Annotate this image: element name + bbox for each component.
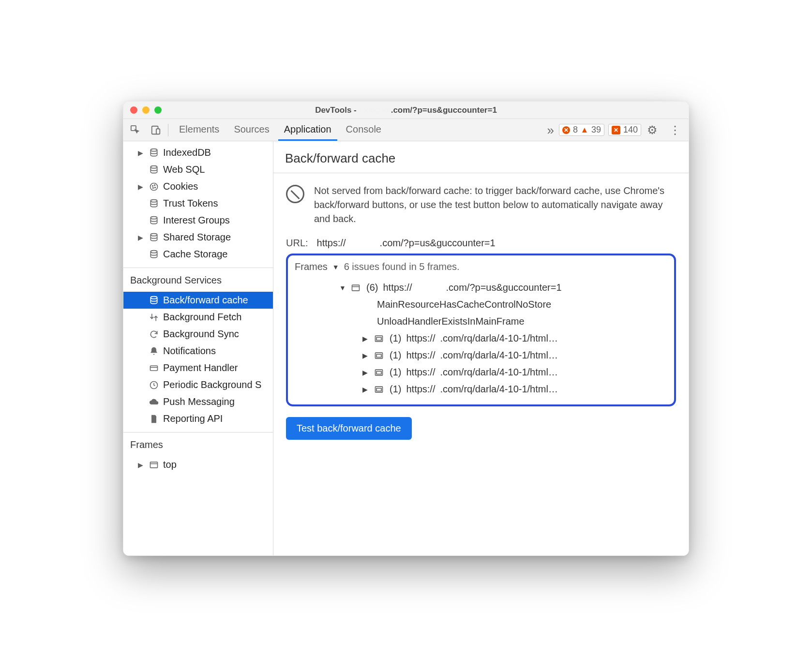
svg-point-5 [150,183,158,190]
database-icon [149,250,159,259]
sidebar-item-bg-fetch[interactable]: ▶ Background Fetch [123,309,273,326]
sidebar-label: Trust Tokens [163,198,218,209]
tab-elements[interactable]: Elements [173,119,225,141]
test-bfcache-button[interactable]: Test back/forward cache [286,417,412,440]
sidebar-item-cache-storage[interactable]: ▶ Cache Storage [123,246,273,263]
sidebar-item-shared-storage[interactable]: ▶ Shared Storage [123,229,273,246]
sidebar-item-interest-groups[interactable]: ▶ Interest Groups [123,212,273,229]
svg-rect-18 [352,285,360,291]
frame-child-row[interactable]: ▶ (1) https://x.com/rq/darla/4-10-1/html… [295,347,667,364]
database-icon [149,165,159,175]
iframe-icon [374,385,385,394]
sidebar-item-frame-top[interactable]: ▶ top [123,456,273,473]
expand-triangle-icon: ▶ [362,352,369,359]
database-icon [149,233,159,242]
frame-url: https://x.com/rq/darla/4-10-1/html… [406,384,557,395]
device-toolbar-icon[interactable] [146,122,166,138]
frame-child-row[interactable]: ▶ (1) https://x.com/rq/darla/4-10-1/html… [295,381,667,398]
storage-tree: ▶ IndexedDB ▶ Web SQL ▶ Cookies ▶ [123,141,273,263]
frame-url: https://x.com/rq/darla/4-10-1/html… [406,350,557,361]
svg-rect-22 [376,354,381,357]
frame-icon [149,460,159,470]
sync-icon [149,329,159,339]
sidebar-label: Reporting API [163,413,223,424]
close-window-button[interactable] [130,106,137,114]
svg-point-11 [150,216,157,219]
bfcache-reason: MainResourceHasCacheControlNoStore [295,296,667,313]
window-title: DevTools - xxxxxxx.com/?p=us&guccounter=… [123,105,689,115]
sidebar-label: Background Fetch [163,312,241,323]
expand-arrow-icon: ▶ [138,234,145,241]
sidebar-label: IndexedDB [163,147,211,158]
sidebar-item-bfcache[interactable]: ▶ Back/forward cache [123,292,273,309]
sidebar-item-websql[interactable]: ▶ Web SQL [123,161,273,178]
settings-gear-icon[interactable]: ⚙ [641,123,663,137]
svg-point-6 [152,185,153,186]
iframe-icon [374,368,385,377]
sidebar-label: Push Messaging [163,396,235,407]
tab-sources[interactable]: Sources [228,119,275,141]
database-icon [149,296,159,305]
panel-tabs: Elements Sources Application Console [173,119,542,141]
frame-root-row[interactable]: ▼ (6) https://xxxxxxx.com/?p=us&guccount… [295,279,667,296]
document-icon [149,414,159,424]
collapse-triangle-icon: ▼ [339,284,346,292]
inspect-element-icon[interactable] [125,122,146,138]
tab-console[interactable]: Console [340,119,387,141]
frames-label: Frames [295,261,328,272]
sidebar-label: Cache Storage [163,249,227,260]
database-icon [149,216,159,225]
messages-chip[interactable]: ✕ 140 [608,124,641,136]
more-tabs-chevron-icon[interactable]: » [542,124,558,136]
status-chips: ✕ 8 ▲ 39 ✕ 140 [559,124,641,136]
minimize-window-button[interactable] [142,106,150,114]
collapse-triangle-icon: ▼ [332,263,339,271]
issues-header[interactable]: Frames ▼ 6 issues found in 5 frames. [295,261,667,272]
zoom-window-button[interactable] [154,106,162,114]
sidebar-item-push-messaging[interactable]: ▶ Push Messaging [123,393,273,410]
warning-icon: ▲ [581,126,588,134]
expand-triangle-icon: ▶ [362,386,369,393]
svg-rect-26 [376,388,381,391]
frame-child-row[interactable]: ▶ (1) https://x.com/rq/darla/4-10-1/html… [295,364,667,381]
toolbar-divider [168,124,168,136]
issues-box: Frames ▼ 6 issues found in 5 frames. ▼ (… [286,254,676,406]
notice-text: Not served from back/forward cache: to t… [314,184,676,226]
sidebar-item-bg-sync[interactable]: ▶ Background Sync [123,326,273,343]
svg-point-7 [154,184,155,185]
sidebar-item-reporting-api[interactable]: ▶ Reporting API [123,410,273,427]
sidebar-item-cookies[interactable]: ▶ Cookies [123,178,273,195]
sidebar-label: Background Sync [163,328,239,340]
url-row: URL: https://xxxxxxx.com/?p=us&guccounte… [286,238,676,249]
svg-point-8 [155,187,156,188]
sidebar-item-notifications[interactable]: ▶ Notifications [123,343,273,359]
mac-titlebar: DevTools - xxxxxxx.com/?p=us&guccounter=… [123,102,689,119]
iframe-icon [374,334,385,343]
frames-tree: ▶ top [123,453,273,473]
sidebar-item-trust-tokens[interactable]: ▶ Trust Tokens [123,195,273,212]
expand-triangle-icon: ▶ [362,369,369,376]
tab-application[interactable]: Application [278,119,337,141]
iframe-icon [374,351,385,360]
devtools-window: DevTools - xxxxxxx.com/?p=us&guccounter=… [123,101,689,556]
frame-count: (1) [390,333,401,344]
svg-point-3 [150,149,157,151]
sidebar-item-indexeddb[interactable]: ▶ IndexedDB [123,144,273,161]
database-icon [149,199,159,209]
errors-warnings-chip[interactable]: ✕ 8 ▲ 39 [559,124,604,136]
bg-services-tree: ▶ Back/forward cache ▶ Background Fetch … [123,289,273,427]
sidebar-item-payment-handler[interactable]: ▶ Payment Handler [123,359,273,376]
error-count: 8 [573,125,578,135]
frame-child-row[interactable]: ▶ (1) https://x.com/rq/darla/4-10-1/html… [295,330,667,347]
frame-count: (1) [390,384,401,395]
sidebar-item-periodic-bg-sync[interactable]: ▶ Periodic Background S [123,376,273,393]
expand-triangle-icon: ▶ [362,335,369,343]
svg-rect-24 [376,371,381,374]
clock-icon [149,380,159,390]
transfer-icon [149,313,159,322]
devtools-toolbar: Elements Sources Application Console » ✕… [123,119,689,141]
window-frame-icon [351,283,361,293]
more-options-kebab-icon[interactable]: ⋮ [663,123,687,137]
application-sidebar[interactable]: ▶ IndexedDB ▶ Web SQL ▶ Cookies ▶ [123,141,273,555]
svg-rect-20 [376,337,381,340]
